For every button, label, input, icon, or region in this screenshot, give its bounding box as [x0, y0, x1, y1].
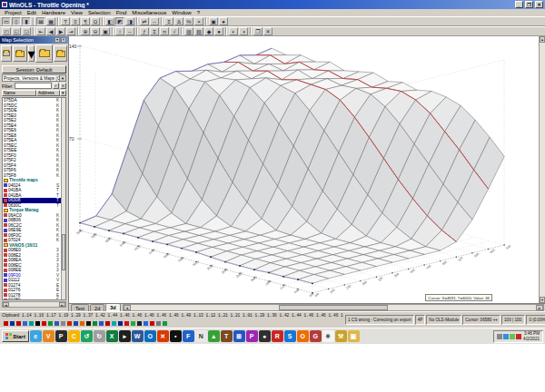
chevron-down-icon[interactable]: ▼	[59, 75, 65, 81]
new-version-button[interactable]: ◱	[12, 27, 21, 35]
export-maps-button[interactable]	[54, 45, 67, 62]
color-marker-icon[interactable]	[131, 321, 135, 326]
taskbar-yellow-folder-app-icon[interactable]: ▣	[348, 330, 360, 342]
taskbar-excel-app-icon[interactable]: X	[106, 330, 118, 342]
zoom-out-button[interactable]: ⊖	[91, 27, 100, 35]
taskbar-white-flower-app-icon[interactable]: ✳	[322, 330, 334, 342]
shade-right-button[interactable]: ◑	[239, 27, 248, 35]
scroll-left-icon[interactable]: ◄	[124, 305, 131, 310]
text-view-button[interactable]: T	[61, 17, 70, 25]
column-header-address[interactable]: Address	[36, 90, 60, 96]
map-table-view-button[interactable]: ◨	[125, 17, 134, 25]
selection-block-button[interactable]: ▮	[22, 17, 31, 25]
start-button[interactable]: Start	[2, 330, 29, 342]
tab-3d[interactable]: 3d	[105, 303, 120, 311]
close-button[interactable]: ✕	[535, 1, 543, 8]
taskbar-tool-app-icon[interactable]: T	[221, 330, 233, 342]
sqrt-tool-button[interactable]: √	[170, 27, 179, 35]
color-marker-icon[interactable]	[80, 321, 84, 326]
selection-column-button[interactable]: ▯	[12, 17, 21, 25]
map-list-row[interactable]: 01280E	[3, 298, 65, 300]
tray-status-icon[interactable]	[510, 334, 515, 339]
save-project-button[interactable]	[1, 45, 12, 62]
scale-horizontal-button[interactable]: ↔	[125, 27, 134, 35]
color-marker-icon[interactable]	[35, 321, 40, 326]
taskbar-red-x-app-icon[interactable]: ✕	[157, 330, 169, 342]
column-sort-icon[interactable]: ▾	[60, 90, 66, 96]
menu-item-miscellaneous[interactable]: Miscellaneous	[129, 10, 169, 15]
swap-versions-button[interactable]: ⇄	[140, 17, 149, 25]
zoom-fit-button[interactable]: ▣	[101, 27, 110, 35]
sigma-tool-button[interactable]: Σ	[150, 27, 159, 35]
taskbar-maroon-g-app-icon[interactable]: G	[310, 330, 322, 342]
filter-apply-button[interactable]: ✓	[53, 83, 59, 89]
hexdump-view-button[interactable]: ▤	[36, 17, 45, 25]
menu-item-hardware[interactable]: Hardware	[39, 10, 68, 15]
color-marker-icon[interactable]	[118, 321, 123, 326]
compare-versions-button[interactable]: ↔	[150, 17, 159, 25]
taskbar-dark-circle-app-icon[interactable]: ●	[259, 330, 271, 342]
color-marker-icon[interactable]	[74, 321, 78, 326]
shade-left-button[interactable]: ◐	[229, 27, 238, 35]
session-button[interactable]: Session: Default	[2, 65, 66, 74]
tray-status-icon[interactable]	[503, 334, 509, 339]
taskbar-sync-gray-icon[interactable]: ↻	[94, 330, 105, 342]
percent-tool-button[interactable]: %	[184, 17, 193, 25]
color-marker-icon[interactable]	[99, 321, 104, 326]
filter-clear-button[interactable]: ✕	[60, 83, 66, 89]
taskbar-orange-app-icon[interactable]: O	[297, 330, 309, 342]
surface-plot[interactable]: 1407078407360688064005920544049604480400…	[69, 36, 538, 303]
taskbar-browser-e-icon[interactable]: e	[30, 330, 42, 342]
taskbar-notepad-app-icon[interactable]: N	[195, 330, 207, 342]
color-marker-icon[interactable]	[42, 321, 46, 326]
last-map-button[interactable]: ⇥	[66, 27, 75, 35]
scroll-right-icon[interactable]: ►	[536, 305, 543, 310]
open-project-dropdown[interactable]: ▾	[28, 45, 35, 62]
color-marker-icon[interactable]	[105, 321, 110, 326]
sum-tool-button[interactable]: Σ	[164, 17, 173, 25]
color-marker-icon[interactable]	[124, 321, 129, 326]
map-3d-view[interactable]: 1407078407360688064005920544049604480400…	[69, 36, 545, 311]
map-hscrollbar[interactable]: ◄ ►	[123, 304, 544, 311]
taskbar-chrome-browser-icon[interactable]: C	[68, 330, 80, 342]
scrollbar-thumb[interactable]	[279, 305, 388, 310]
taskbar-red-tool-app-icon[interactable]: R	[272, 330, 283, 342]
map-a-view-button[interactable]: ▨	[184, 27, 193, 35]
tab-text[interactable]: Text	[71, 304, 89, 311]
tray-status-icon[interactable]	[497, 334, 502, 339]
color-marker-icon[interactable]	[93, 321, 97, 326]
taskbar-chart-app-icon[interactable]: ▲	[208, 330, 220, 342]
zoom-in-button[interactable]: ⊕	[81, 27, 90, 35]
panel-close-icon[interactable]: ✕	[61, 37, 66, 43]
list-view-button[interactable]: ≡	[71, 17, 80, 25]
symbol-view-button[interactable]: Ω	[91, 17, 100, 25]
minimize-button[interactable]: _	[515, 1, 523, 8]
scroll-left-icon[interactable]: ◄	[3, 302, 9, 307]
grid-view-button[interactable]: ▦	[46, 17, 55, 25]
taskbar-windows-app-icon[interactable]: ⊞	[233, 330, 245, 342]
next-map-button[interactable]: ▶	[56, 27, 65, 35]
restore-window-button[interactable]: ❐	[253, 27, 263, 35]
menu-item-find[interactable]: Find	[114, 10, 130, 15]
color-marker-icon[interactable]	[86, 321, 91, 326]
color-marker-icon[interactable]	[29, 321, 34, 326]
menu-item-selection[interactable]: Selection	[85, 10, 114, 15]
taskbar-sync-green-icon[interactable]: ↺	[81, 330, 93, 342]
menu-item-edit[interactable]: Edit	[25, 10, 39, 15]
tab-2d[interactable]: 2d	[90, 304, 104, 311]
map-list-vscrollbar[interactable]	[61, 98, 65, 299]
function-tool-button[interactable]: ƒ	[140, 27, 149, 35]
color-marker-icon[interactable]	[137, 321, 142, 326]
first-map-button[interactable]: ⇤	[36, 27, 45, 35]
panel-pin-icon[interactable]: ▾	[54, 37, 60, 43]
checksum-tool-button[interactable]: ▣	[209, 17, 218, 25]
view-mode-dropdown[interactable]: Projects, Versions & Maps (Ctr ▼	[2, 74, 66, 82]
menu-item-window[interactable]: Window	[169, 10, 193, 15]
open-project-button[interactable]	[13, 45, 27, 62]
paragraph-view-button[interactable]: ¶	[81, 17, 90, 25]
open-project-button[interactable]: ◰	[2, 27, 11, 35]
column-header-name[interactable]: Name	[2, 90, 36, 96]
multiply-tool-button[interactable]: ×	[194, 17, 203, 25]
taskbar-black-box-app-icon[interactable]: ▪	[170, 330, 182, 342]
map-3d-view-button[interactable]: ◩	[115, 17, 124, 25]
